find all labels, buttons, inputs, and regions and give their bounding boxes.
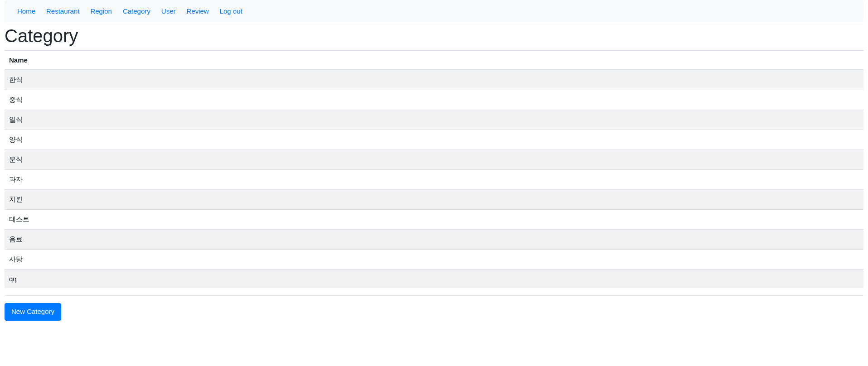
new-category-button[interactable]: New Category [5, 303, 61, 321]
navbar: Home Restaurant Region Category User Rev… [5, 0, 863, 22]
table-cell-name: 사탕 [5, 250, 863, 270]
page-title: Category [5, 26, 863, 46]
table-row: 양식 [5, 130, 863, 150]
table-row: 중식 [5, 90, 863, 110]
nav-link-review[interactable]: Review [181, 4, 214, 19]
nav-link-logout[interactable]: Log out [214, 4, 248, 19]
table-row: 일식 [5, 110, 863, 130]
table-cell-name: 테스트 [5, 210, 863, 230]
table-cell-name: 한식 [5, 70, 863, 90]
category-table: Name 한식 중식 일식 양식 분식 과자 치킨 테스트 음료 사탕 qq [5, 50, 863, 288]
table-row: 과자 [5, 170, 863, 190]
table-cell-name: 중식 [5, 90, 863, 110]
nav-link-category[interactable]: Category [117, 4, 156, 19]
table-cell-name: 음료 [5, 230, 863, 250]
table-cell-name: qq [5, 270, 863, 289]
table-row: 사탕 [5, 250, 863, 270]
table-cell-name: 치킨 [5, 190, 863, 210]
table-row: 음료 [5, 230, 863, 250]
nav-link-user[interactable]: User [156, 4, 181, 19]
table-row: qq [5, 270, 863, 289]
table-row: 테스트 [5, 210, 863, 230]
nav-list: Home Restaurant Region Category User Rev… [12, 4, 856, 19]
nav-link-home[interactable]: Home [12, 4, 41, 19]
table-header-name: Name [5, 51, 863, 70]
table-cell-name: 분식 [5, 150, 863, 170]
table-cell-name: 일식 [5, 110, 863, 130]
table-row: 분식 [5, 150, 863, 170]
table-cell-name: 과자 [5, 170, 863, 190]
table-row: 치킨 [5, 190, 863, 210]
divider-bottom [5, 295, 863, 296]
nav-link-region[interactable]: Region [85, 4, 117, 19]
table-cell-name: 양식 [5, 130, 863, 150]
table-row: 한식 [5, 70, 863, 90]
nav-link-restaurant[interactable]: Restaurant [41, 4, 85, 19]
